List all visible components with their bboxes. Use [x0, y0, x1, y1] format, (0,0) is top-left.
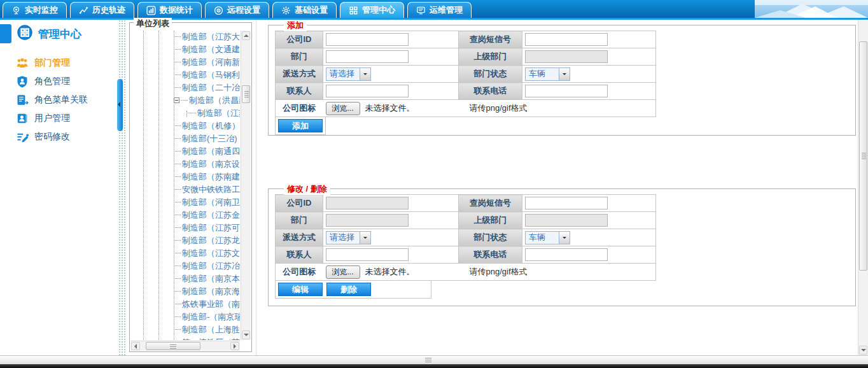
tree-node[interactable]: 制造部（文通建设: [132, 43, 240, 56]
tree-node[interactable]: 制造部（南京本顺: [132, 272, 240, 285]
tree-connector: [174, 253, 181, 253]
scroll-down-button[interactable]: [859, 346, 867, 355]
tree-node-label: 制造部（河南新乡: [182, 57, 240, 67]
tree-vertical-scrollbar[interactable]: [241, 31, 251, 340]
sidebar-item-department-management[interactable]: 部门管理: [0, 53, 118, 72]
tree-node[interactable]: 制造部-（南京瑞帝: [132, 311, 240, 323]
page-horizontal-scrollbar[interactable]: [0, 355, 868, 364]
tree-connector: [174, 176, 181, 177]
field-label: 部门状态: [459, 66, 522, 83]
chevron-down-icon[interactable]: [360, 232, 370, 244]
tree-hscroll-thumb[interactable]: [146, 342, 200, 350]
unit-list-panel: 单位列表 制造部（江苏大目制造部（文通建设制造部（河南新乡制造部（马钢利民制造部…: [126, 20, 255, 355]
tree-node[interactable]: 制造部（江苏可信: [132, 222, 240, 234]
tree-connector: [174, 291, 181, 292]
edit-button[interactable]: 编辑: [278, 283, 323, 296]
tab-basic-settings[interactable]: 基础设置: [272, 2, 337, 18]
form-row: 联系人联系电话: [276, 83, 656, 100]
tab-history-track[interactable]: 历史轨迹: [70, 2, 134, 18]
tree-node[interactable]: 第一炼铁厂（苏南: [132, 336, 240, 340]
tree-node[interactable]: 制造部（苏南建设: [132, 171, 240, 183]
sidebar-splitter[interactable]: [118, 20, 126, 355]
tab-remote-settings[interactable]: 远程设置: [205, 2, 269, 18]
sidebar-item-password-change[interactable]: 密码修改: [0, 127, 118, 146]
edit-department-status-select[interactable]: 车辆: [525, 231, 570, 244]
edit-browse-button[interactable]: 浏览...: [326, 265, 360, 279]
tree-node-label: 制造部（江苏冶金: [182, 261, 240, 271]
tab-data-statistics[interactable]: 数据统计: [137, 2, 202, 18]
tree-connector: [174, 125, 181, 126]
add-department-input[interactable]: [326, 50, 409, 63]
tree-node[interactable]: 制造部(十三冶): [132, 132, 240, 145]
field-label: 查岗短信号: [459, 31, 522, 48]
tree-node[interactable]: 制造部（上海胜宝: [132, 323, 240, 336]
tree-node[interactable]: 制造部（机修）: [132, 120, 240, 132]
scroll-down-button[interactable]: [242, 330, 250, 339]
tree-node[interactable]: 制造部（河南新乡: [132, 56, 240, 69]
tree-horizontal-scrollbar[interactable]: [130, 341, 240, 351]
add-button[interactable]: 添加: [278, 119, 323, 132]
form-row: 公司ID查岗短信号: [276, 195, 656, 212]
tree-scroll-thumb[interactable]: [242, 85, 250, 103]
tree-node[interactable]: 制造部（南京设备: [132, 158, 240, 171]
gear-icon: [281, 6, 291, 15]
tree-node[interactable]: 炼铁事业部（南京: [132, 298, 240, 311]
add-department-status-select[interactable]: 车辆: [525, 67, 570, 81]
scroll-up-button[interactable]: [242, 31, 250, 40]
tab-label: 实时监控: [25, 4, 58, 16]
tree-node[interactable]: 制造部（江苏金马）: [132, 209, 240, 222]
chevron-down-icon[interactable]: [360, 68, 370, 80]
tree-node[interactable]: 制造部（洪昌建设: [132, 94, 240, 107]
tree-node-label: 制造部（江苏文武: [182, 248, 240, 258]
edit-dispatch-method-select[interactable]: 请选择: [326, 231, 371, 244]
tree-connector: [174, 215, 181, 215]
tree-node[interactable]: 制造部（江苏冶金: [132, 260, 240, 272]
edit-contact-phone-input[interactable]: [525, 248, 608, 261]
tree-node[interactable]: 制造部（马钢利民: [132, 69, 240, 81]
top-tabbar: 实时监控历史轨迹数据统计远程设置基础设置管理中心运维管理: [0, 0, 868, 18]
scroll-left-button[interactable]: [131, 342, 140, 350]
tree-node[interactable]: 制造部（江苏龙海: [132, 234, 240, 247]
chevron-down-icon[interactable]: [559, 232, 570, 244]
add-browse-button[interactable]: 浏览...: [326, 102, 360, 115]
tree-node[interactable]: 制造部（江苏大目: [132, 31, 240, 43]
page-scroll-thumb[interactable]: [859, 41, 867, 271]
file-status: 未选择文件。: [365, 103, 415, 113]
add-check-sms-number-input[interactable]: [525, 33, 608, 46]
add-contact-person-input[interactable]: [326, 85, 409, 97]
tree-node-label: 制造部（江苏龙海: [182, 236, 240, 245]
edit-button-row: 编辑删除: [275, 281, 431, 299]
tab-realtime-monitor[interactable]: 实时监控: [3, 2, 67, 18]
thumb-grip: [244, 91, 249, 97]
edit-company-id-input: [326, 197, 409, 209]
chevron-down-icon[interactable]: [559, 68, 570, 80]
edit-check-sms-number-input[interactable]: [525, 197, 608, 209]
sidebar-header: 管理中心: [0, 24, 118, 43]
main-area: 管理中心 部门管理角色管理角色菜单关联用户管理密码修改 单位列表 制造部（江苏大…: [0, 18, 868, 355]
sidebar-item-role-menu-link[interactable]: 角色菜单关联: [0, 90, 118, 109]
add-company-id-input[interactable]: [326, 33, 409, 46]
sidebar-item-user-management[interactable]: 用户管理: [0, 109, 118, 127]
tree-node[interactable]: 制造部（二十冶）: [132, 81, 240, 94]
add-contact-phone-input[interactable]: [525, 85, 608, 97]
add-dispatch-method-select[interactable]: 请选择: [326, 67, 371, 81]
tree-connector: [174, 202, 181, 202]
tab-ops-management[interactable]: 运维管理: [407, 2, 472, 18]
tree-node[interactable]: 制造部（南京海慧: [132, 285, 240, 298]
sidebar-collapse-handle[interactable]: [117, 79, 123, 131]
delete-button[interactable]: 删除: [326, 283, 371, 296]
field-label: 公司ID: [276, 31, 323, 48]
page-vertical-scrollbar[interactable]: [858, 20, 868, 355]
tab-label: 远程设置: [227, 4, 260, 16]
tree-node[interactable]: 制造部（河南卫华: [132, 196, 240, 209]
sidebar-item-role-management[interactable]: 角色管理: [0, 72, 118, 90]
tab-admin-center[interactable]: 管理中心: [340, 2, 404, 18]
tree-node[interactable]: 制造部（南通四建: [132, 145, 240, 158]
sidebar-header-marker: [0, 24, 11, 43]
scroll-right-button[interactable]: [230, 342, 239, 350]
edit-contact-person-input[interactable]: [326, 248, 409, 261]
tree-node[interactable]: 制造部（江苏文武: [132, 247, 240, 260]
tree-node[interactable]: 安微中铁铁路工程: [132, 183, 240, 196]
tree-node[interactable]: 制造部（江苏宏: [132, 107, 240, 120]
collapse-box-icon[interactable]: [174, 97, 179, 103]
